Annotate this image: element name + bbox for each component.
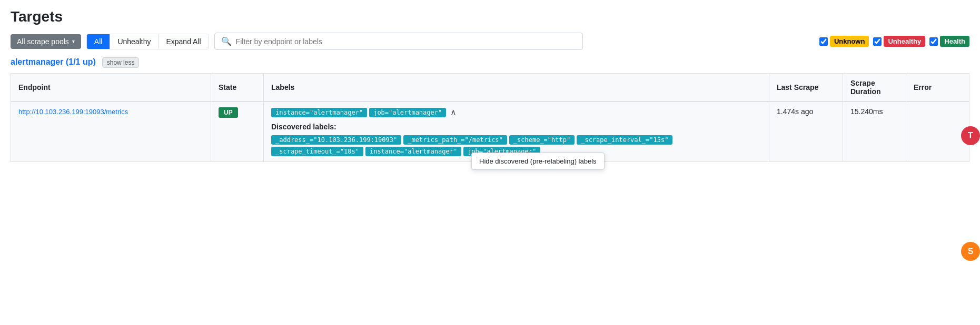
header-row: Endpoint State Labels Last Scrape Scrape… bbox=[11, 74, 969, 102]
discovered-label: _metrics_path_="/metrics" bbox=[403, 135, 507, 145]
toggle-labels-button[interactable]: ∧ bbox=[448, 107, 459, 117]
discovered-label: _scrape_interval_="15s" bbox=[577, 135, 672, 145]
avatar-2: S bbox=[961, 242, 980, 261]
section-link[interactable]: alertmanager (1/1 up) bbox=[11, 57, 96, 66]
filter-expand-button[interactable]: Expand All bbox=[159, 34, 208, 49]
search-icon: 🔍 bbox=[221, 36, 232, 46]
label-tag: job="alertmanager" bbox=[369, 108, 446, 117]
unknown-filter: Unknown bbox=[819, 36, 869, 47]
unhealthy-badge: Unhealthy bbox=[884, 36, 925, 47]
targets-table: Endpoint State Labels Last Scrape Scrape… bbox=[11, 73, 969, 162]
page-title: Targets bbox=[11, 8, 969, 25]
state-cell: UP bbox=[211, 101, 264, 162]
filter-all-button[interactable]: All bbox=[87, 34, 111, 49]
show-less-button[interactable]: show less bbox=[102, 57, 140, 68]
health-filter: Health bbox=[929, 36, 969, 47]
filter-unhealthy-button[interactable]: Unhealthy bbox=[110, 34, 159, 49]
col-labels-header: Labels bbox=[264, 74, 769, 102]
filter-button-group: All Unhealthy Expand All bbox=[86, 34, 209, 49]
col-state-header: State bbox=[211, 74, 264, 102]
discovered-label: _address_="10.103.236.199:19093" bbox=[271, 135, 401, 145]
search-box: 🔍 bbox=[214, 33, 583, 50]
endpoint-cell: http://10.103.236.199:19093/metrics bbox=[11, 101, 211, 162]
toolbar: All scrape pools ▾ All Unhealthy Expand … bbox=[11, 33, 969, 50]
col-lastscrape-header: Last Scrape bbox=[769, 74, 843, 102]
unknown-badge: Unknown bbox=[830, 36, 869, 47]
avatar: T bbox=[961, 126, 980, 145]
scrape-duration-value: 15.240ms bbox=[850, 107, 883, 116]
discovered-label: _scrape_timeout_="10s" bbox=[271, 147, 363, 156]
discovered-label: instance="alertmanager" bbox=[365, 147, 461, 156]
error-cell bbox=[906, 101, 969, 162]
col-endpoint-header: Endpoint bbox=[11, 74, 211, 102]
search-input[interactable] bbox=[236, 37, 576, 46]
scrape-pool-label: All scrape pools bbox=[17, 37, 69, 46]
health-checkbox[interactable] bbox=[929, 37, 938, 46]
col-error-header: Error bbox=[906, 74, 969, 102]
labels-row: instance="alertmanager" job="alertmanage… bbox=[271, 107, 761, 117]
tooltip: Hide discovered (pre-relabeling) labels bbox=[471, 153, 605, 170]
scrape-pool-dropdown[interactable]: All scrape pools ▾ bbox=[11, 34, 81, 49]
lastscrape-cell: 1.474s ago bbox=[769, 101, 843, 162]
health-filters: Unknown Unhealthy Health bbox=[819, 36, 969, 47]
tooltip-text: Hide discovered (pre-relabeling) labels bbox=[479, 157, 597, 165]
discovered-section: Discovered labels: _address_="10.103.236… bbox=[271, 123, 761, 156]
unhealthy-filter: Unhealthy bbox=[873, 36, 925, 47]
duration-cell: 15.240ms bbox=[843, 101, 906, 162]
state-badge: UP bbox=[219, 107, 238, 118]
unknown-checkbox[interactable] bbox=[819, 37, 828, 46]
health-badge: Health bbox=[940, 36, 969, 47]
chevron-down-icon: ▾ bbox=[72, 38, 75, 44]
last-scrape-value: 1.474s ago bbox=[777, 107, 813, 116]
label-tag: instance="alertmanager" bbox=[271, 108, 367, 117]
section-title: alertmanager (1/1 up) show less bbox=[11, 57, 969, 68]
unhealthy-checkbox[interactable] bbox=[873, 37, 882, 46]
discovered-label: _scheme_="http" bbox=[509, 135, 575, 145]
discovered-title: Discovered labels: bbox=[271, 123, 761, 131]
endpoint-link[interactable]: http://10.103.236.199:19093/metrics bbox=[18, 108, 128, 116]
table-header: Endpoint State Labels Last Scrape Scrape… bbox=[11, 74, 969, 102]
col-duration-header: Scrape Duration bbox=[843, 74, 906, 102]
page: Targets All scrape pools ▾ All Unhealthy… bbox=[0, 0, 980, 325]
